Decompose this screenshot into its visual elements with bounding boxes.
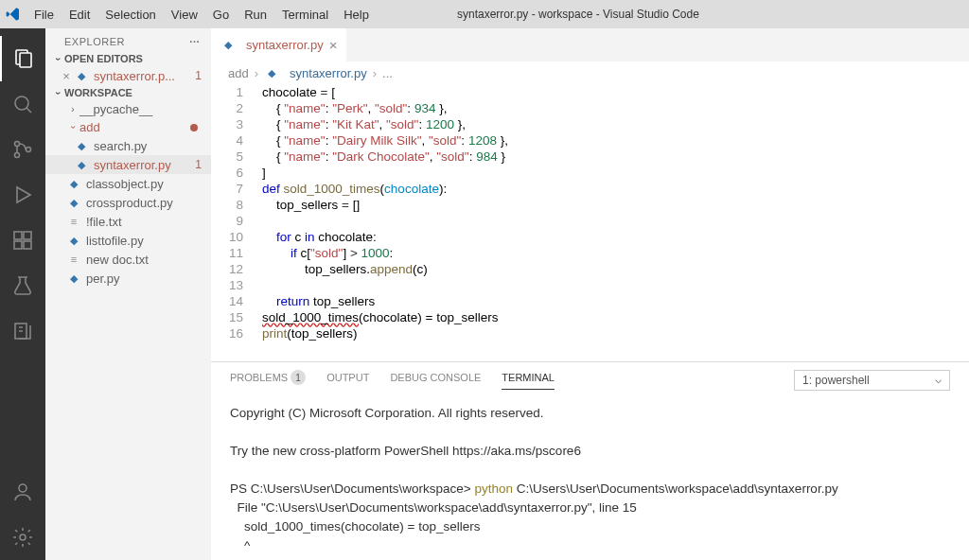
line-gutter: 12345678910111213141516 (211, 84, 258, 361)
activity-explorer-icon[interactable] (0, 36, 45, 81)
menu-help[interactable]: Help (336, 0, 377, 28)
folder-pycache[interactable]: ›__pycache__ (45, 100, 211, 118)
activity-settings-icon[interactable] (0, 515, 45, 560)
chevron-down-icon: › (53, 52, 63, 65)
activity-debug-icon[interactable] (0, 172, 45, 218)
editor-column: ◆ syntaxerror.py × add› ◆syntaxerror.py›… (211, 28, 969, 560)
explorer-title: EXPLORER (64, 36, 125, 47)
svg-rect-1 (20, 53, 31, 67)
text-file-icon: ≡ (66, 252, 81, 267)
vscode-logo-icon (0, 7, 26, 22)
activity-scm-icon[interactable] (0, 127, 45, 172)
svg-point-11 (19, 484, 26, 492)
text-file-icon: ≡ (66, 214, 81, 229)
svg-point-3 (15, 142, 20, 147)
open-editors-header[interactable]: ›OPEN EDITORS (45, 51, 211, 66)
tab-problems[interactable]: PROBLEMS1 (230, 370, 306, 391)
file-newdoc[interactable]: ≡new doc.txt (45, 250, 211, 269)
svg-rect-9 (24, 232, 31, 239)
menu-terminal[interactable]: Terminal (274, 0, 336, 28)
svg-rect-8 (24, 241, 31, 249)
svg-rect-7 (14, 241, 22, 249)
problem-count-badge: 1 (195, 69, 202, 82)
svg-point-2 (15, 96, 28, 110)
python-file-icon: ◆ (220, 38, 236, 53)
activity-references-icon[interactable] (0, 308, 45, 354)
menu-go[interactable]: Go (205, 0, 237, 28)
terminal-selector[interactable]: 1: powershell (794, 370, 950, 391)
svg-point-4 (15, 153, 20, 158)
python-file-icon: ◆ (66, 176, 81, 191)
folder-add[interactable]: ›add (45, 118, 211, 136)
svg-point-5 (26, 148, 31, 152)
tab-bar: ◆ syntaxerror.py × (211, 28, 969, 61)
python-file-icon: ◆ (74, 138, 89, 153)
workspace-header[interactable]: ›WORKSPACE (45, 85, 211, 100)
modified-dot-icon (190, 124, 198, 131)
python-file-icon: ◆ (66, 195, 81, 210)
chevron-down-icon: › (68, 121, 79, 134)
menu-view[interactable]: View (164, 0, 205, 28)
menu-selection[interactable]: Selection (97, 0, 163, 28)
open-editor-entry[interactable]: × ◆ syntaxerror.p... 1 (45, 66, 211, 85)
tab-output[interactable]: OUTPUT (326, 372, 369, 389)
activity-testing-icon[interactable] (0, 263, 45, 308)
tab-debug-console[interactable]: DEBUG CONSOLE (390, 372, 481, 389)
chevron-down-icon: › (53, 86, 63, 99)
file-classobject[interactable]: ◆classobject.py (45, 174, 211, 193)
problem-count-badge: 1 (195, 158, 202, 171)
open-editor-label: syntaxerror.p... (94, 69, 195, 83)
bottom-panel: PROBLEMS1 OUTPUT DEBUG CONSOLE TERMINAL … (211, 361, 969, 560)
activity-bar (0, 28, 45, 560)
code-editor[interactable]: 12345678910111213141516 chocolate = [ { … (211, 84, 969, 361)
menu-file[interactable]: File (26, 0, 62, 28)
activity-extensions-icon[interactable] (0, 218, 45, 263)
chevron-right-icon: › (66, 104, 79, 114)
python-file-icon: ◆ (66, 271, 81, 286)
problems-badge: 1 (291, 370, 306, 385)
panel-tabs: PROBLEMS1 OUTPUT DEBUG CONSOLE TERMINAL … (211, 362, 969, 391)
explorer-more-icon[interactable]: ··· (189, 36, 200, 47)
python-file-icon: ◆ (74, 68, 89, 83)
menu-run[interactable]: Run (237, 0, 274, 28)
file-crossproduct[interactable]: ◆crossproduct.py (45, 193, 211, 212)
terminal-output[interactable]: Copyright (C) Microsoft Corporation. All… (211, 391, 969, 560)
breadcrumb[interactable]: add› ◆syntaxerror.py› ... (211, 61, 969, 84)
activity-account-icon[interactable] (0, 469, 45, 515)
svg-rect-6 (14, 232, 22, 239)
file-listtofile[interactable]: ◆listtofile.py (45, 231, 211, 250)
menu-edit[interactable]: Edit (62, 0, 97, 28)
explorer-sidebar: EXPLORER ··· ›OPEN EDITORS × ◆ syntaxerr… (45, 28, 211, 560)
tab-label: syntaxerror.py (246, 38, 324, 52)
tab-terminal[interactable]: TERMINAL (502, 372, 555, 390)
file-per[interactable]: ◆per.py (45, 269, 211, 288)
python-file-icon: ◆ (264, 65, 279, 80)
close-icon[interactable]: × (329, 37, 338, 53)
code-content[interactable]: chocolate = [ { "name": "Perk", "sold": … (258, 84, 969, 361)
file-search[interactable]: ◆search.py (45, 136, 211, 155)
activity-search-icon[interactable] (0, 81, 45, 127)
close-icon[interactable]: × (59, 69, 74, 83)
python-file-icon: ◆ (74, 157, 89, 172)
menu-bar: File Edit Selection View Go Run Terminal… (0, 0, 969, 28)
python-file-icon: ◆ (66, 233, 81, 248)
window-title: syntaxerror.py - workspace - Visual Stud… (377, 8, 969, 21)
file-syntaxerror[interactable]: ◆syntaxerror.py1 (45, 155, 211, 174)
svg-point-12 (20, 534, 26, 540)
file-lfile[interactable]: ≡!file.txt (45, 212, 211, 231)
tab-syntaxerror[interactable]: ◆ syntaxerror.py × (211, 28, 347, 61)
